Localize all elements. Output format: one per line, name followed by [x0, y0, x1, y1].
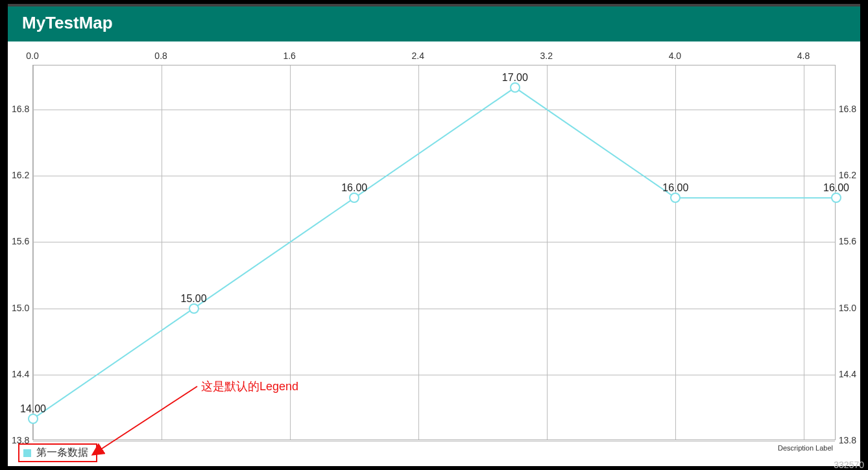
y-tick-label-right: 13.8	[839, 435, 856, 445]
legend: 第一条数据	[18, 443, 97, 462]
x-tick-label: 0.0	[26, 51, 38, 61]
data-point-label: 14.00	[20, 403, 46, 415]
data-point-marker[interactable]	[510, 82, 520, 93]
chart-container[interactable]: 14.0015.0016.0017.0016.0016.00 第一条数据 这是默…	[9, 43, 859, 464]
data-point-marker[interactable]	[831, 193, 841, 203]
gridline-h	[33, 441, 835, 441]
title-bar: MyTestMap	[8, 4, 860, 41]
window-frame: MyTestMap 14.0015.0016.0017.0016.0016.00	[0, 0, 868, 470]
data-point-label: 16.00	[662, 182, 688, 194]
x-tick-label: 0.8	[154, 51, 167, 61]
legend-label: 第一条数据	[36, 446, 88, 460]
line-series	[33, 65, 835, 440]
y-tick-label-left: 13.8	[12, 435, 29, 445]
y-tick-label-left: 16.2	[12, 170, 29, 180]
watermark-text: 332570	[834, 460, 864, 470]
plot-area[interactable]: 14.0015.0016.0017.0016.0016.00	[32, 65, 836, 440]
description-label: Description Label	[778, 444, 833, 452]
data-point-marker[interactable]	[28, 414, 38, 424]
data-point-marker[interactable]	[349, 193, 359, 203]
y-tick-label-left: 16.8	[12, 104, 29, 114]
x-tick-label: 4.0	[669, 51, 681, 61]
app-title: MyTestMap	[22, 13, 113, 33]
annotation-text: 这是默认的Legend	[201, 379, 298, 394]
y-tick-label-right: 16.2	[839, 170, 856, 180]
y-tick-label-right: 14.4	[839, 369, 856, 379]
y-tick-label-right: 15.0	[839, 303, 856, 313]
x-tick-label: 2.4	[412, 51, 424, 61]
data-point-label: 16.00	[341, 182, 367, 194]
y-tick-label-right: 16.8	[839, 104, 856, 114]
app-frame: MyTestMap 14.0015.0016.0017.0016.0016.00	[6, 3, 862, 467]
y-tick-label-left: 14.4	[12, 369, 29, 379]
legend-swatch-icon	[23, 449, 31, 457]
y-tick-label-right: 15.6	[839, 236, 856, 246]
data-point-label: 15.00	[181, 293, 207, 305]
android-status-bar	[8, 4, 860, 6]
data-point-marker[interactable]	[670, 193, 681, 203]
data-point-label: 17.00	[502, 72, 528, 84]
y-tick-label-left: 15.0	[12, 303, 29, 313]
y-tick-label-left: 15.6	[12, 236, 29, 246]
data-point-label: 16.00	[823, 182, 849, 194]
x-tick-label: 1.6	[283, 51, 295, 61]
x-tick-label: 4.8	[797, 51, 810, 61]
data-point-marker[interactable]	[189, 303, 199, 314]
x-tick-label: 3.2	[540, 51, 553, 61]
